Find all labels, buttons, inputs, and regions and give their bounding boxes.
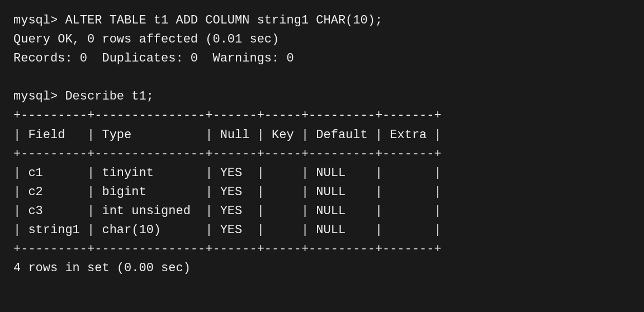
blank-line (13, 68, 631, 87)
terminal-line-sep3: +---------+---------------+------+-----+… (13, 240, 631, 259)
terminal-line-cmd2: mysql> Describe t1; (13, 87, 631, 106)
terminal-line-row2: | c2 | bigint | YES | | NULL | | (13, 183, 631, 202)
terminal-line-sep1: +---------+---------------+------+-----+… (13, 106, 631, 125)
terminal-line-row3: | c3 | int unsigned | YES | | NULL | | (13, 202, 631, 221)
terminal-output: mysql> ALTER TABLE t1 ADD COLUMN string1… (13, 11, 631, 278)
terminal-line-sep2: +---------+---------------+------+-----+… (13, 145, 631, 164)
terminal-line-query_ok: Query OK, 0 rows affected (0.01 sec) (13, 30, 631, 49)
terminal-line-header: | Field | Type | Null | Key | Default | … (13, 126, 631, 145)
terminal-line-row4: | string1 | char(10) | YES | | NULL | | (13, 221, 631, 240)
terminal-line-records: Records: 0 Duplicates: 0 Warnings: 0 (13, 49, 631, 68)
terminal-line-row1: | c1 | tinyint | YES | | NULL | | (13, 164, 631, 183)
terminal-line-summary: 4 rows in set (0.00 sec) (13, 259, 631, 278)
terminal-line-cmd1: mysql> ALTER TABLE t1 ADD COLUMN string1… (13, 11, 631, 30)
